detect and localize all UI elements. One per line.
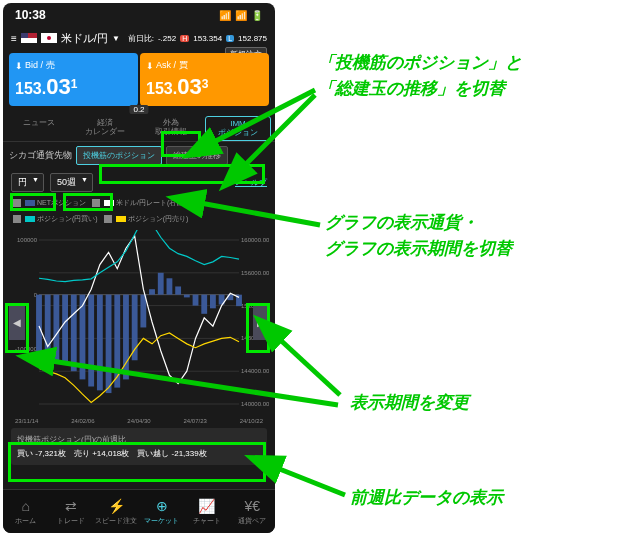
arrow-down-icon: ⬇	[146, 61, 154, 71]
main-tabs: ニュース 経済 カレンダー 外為 取引情報 IMM ポジション	[3, 116, 275, 142]
svg-rect-36	[210, 295, 216, 309]
summary-title: 投機筋ポジション(円)の前週比	[17, 434, 261, 445]
checkbox-icon[interactable]	[13, 215, 21, 223]
svg-rect-34	[193, 295, 199, 306]
nav-pairs[interactable]: ¥€通貨ペア	[230, 490, 275, 533]
currency-select[interactable]: 円	[11, 173, 44, 192]
period-select[interactable]: 50週	[50, 173, 93, 192]
svg-rect-35	[201, 295, 207, 314]
signal-icon: 📶	[219, 10, 231, 21]
nav-market[interactable]: ⊕マーケット	[139, 490, 184, 533]
speed-icon: ⚡	[108, 498, 125, 514]
arrow-down-icon: ⬇	[15, 61, 23, 71]
ask-box[interactable]: ⬇Ask / 買 153.033	[140, 53, 269, 106]
prev-label: 前日比:	[128, 33, 154, 44]
svg-rect-20	[71, 295, 77, 372]
trade-icon: ⇄	[65, 498, 77, 514]
svg-rect-30	[158, 273, 164, 295]
tab-fx-info[interactable]: 外為 取引情報	[139, 116, 203, 141]
chevron-down-icon[interactable]: ▼	[112, 34, 120, 43]
market-icon: ⊕	[156, 498, 168, 514]
tab-calendar[interactable]: 経済 カレンダー	[73, 116, 137, 141]
help-link[interactable]: ▶ヘルプ	[235, 177, 267, 188]
svg-rect-24	[106, 295, 112, 393]
wifi-icon: 📶	[235, 10, 247, 21]
pair-header: ≡ 米ドル/円 ▼ 前日比: -.252 H 153.354 L 152.875	[3, 27, 275, 49]
svg-rect-18	[53, 295, 59, 361]
summary-box: 投機筋ポジション(円)の前週比 買い -7,321枚 売り +14,018枚 買…	[11, 428, 267, 465]
chart-area[interactable]: 160000.000156000.000152000.000148000.000…	[9, 230, 269, 414]
prev-change: -.252	[158, 34, 176, 43]
spread: 0.2	[129, 105, 148, 114]
chart-legend: NETポジション 米ドル/円レート(右目盛) ポジション(円買い) ポジション(…	[3, 196, 275, 226]
low-value: 152.875	[238, 34, 267, 43]
nav-home[interactable]: ⌂ホーム	[3, 490, 48, 533]
svg-text:140000.000: 140000.000	[241, 401, 269, 407]
x-axis-labels: 23/11/1424/02/0624/04/3024/07/2324/10/22	[3, 418, 275, 424]
svg-text:-100000: -100000	[15, 346, 38, 352]
hamburger-icon[interactable]: ≡	[11, 33, 17, 44]
nav-speed[interactable]: ⚡スピード注文	[94, 490, 139, 533]
seg-speculative[interactable]: 投機筋のポジション	[76, 146, 162, 165]
checkbox-icon[interactable]	[104, 215, 112, 223]
sub-title: シカゴ通貨先物	[9, 149, 72, 162]
battery-icon: 🔋	[251, 10, 263, 21]
svg-text:100000: 100000	[17, 237, 38, 243]
svg-rect-28	[140, 295, 146, 328]
chart-prev-button[interactable]: ◀	[9, 304, 25, 340]
tab-news[interactable]: ニュース	[7, 116, 71, 141]
high-value: 153.354	[193, 34, 222, 43]
checkbox-icon[interactable]	[13, 199, 21, 207]
svg-text:144000.000: 144000.000	[241, 368, 269, 374]
bottom-nav: ⌂ホーム ⇄トレード ⚡スピード注文 ⊕マーケット 📈チャート ¥€通貨ペア	[3, 489, 275, 533]
chart-icon: 📈	[198, 498, 215, 514]
svg-rect-33	[184, 295, 190, 298]
status-icons: 📶 📶 🔋	[219, 10, 263, 21]
svg-rect-16	[36, 295, 42, 352]
seg-total[interactable]: 総建玉の推移	[166, 146, 228, 165]
nav-chart[interactable]: 📈チャート	[184, 490, 229, 533]
chart-next-button[interactable]: ▶	[253, 304, 269, 340]
annotation-3: 表示期間を変更	[350, 390, 469, 416]
annotation-4: 前週比データの表示	[350, 485, 503, 511]
pairs-icon: ¥€	[245, 498, 261, 514]
phone-screen: 10:38 📶 📶 🔋 ≡ 米ドル/円 ▼ 前日比: -.252 H 153.3…	[3, 3, 275, 533]
svg-text:160000.000: 160000.000	[241, 237, 269, 243]
svg-rect-22	[88, 295, 94, 387]
svg-rect-32	[175, 286, 181, 294]
svg-rect-31	[167, 278, 173, 294]
high-badge: H	[180, 35, 189, 42]
svg-rect-23	[97, 295, 103, 391]
annotation-1: 「投機筋のポジション」と 「総建玉の推移」を切替	[318, 50, 522, 101]
low-badge: L	[226, 35, 234, 42]
sub-header: シカゴ通貨先物 投機筋のポジション 総建玉の推移	[3, 142, 275, 169]
svg-line-43	[275, 335, 340, 395]
bid-box[interactable]: ⬇Bid / 売 153.031	[9, 53, 138, 106]
svg-rect-19	[62, 295, 68, 365]
checkbox-icon[interactable]	[92, 199, 100, 207]
status-bar: 10:38 📶 📶 🔋	[3, 3, 275, 27]
filters: 円 50週 ▶ヘルプ	[3, 169, 275, 196]
time: 10:38	[15, 8, 46, 22]
flag-jp-icon	[41, 33, 57, 43]
annotation-2: グラフの表示通貨・ グラフの表示期間を切替	[325, 210, 512, 261]
pair-name: 米ドル/円	[61, 31, 108, 46]
price-panel: 新規注文 ⬇Bid / 売 153.031 ⬇Ask / 買 153.033 0…	[3, 49, 275, 110]
chart-svg: 160000.000156000.000152000.000148000.000…	[9, 230, 269, 414]
flag-us-icon	[21, 33, 37, 43]
svg-text:156000.000: 156000.000	[241, 270, 269, 276]
nav-trade[interactable]: ⇄トレード	[48, 490, 93, 533]
home-icon: ⌂	[21, 498, 29, 514]
svg-line-45	[272, 466, 345, 495]
svg-rect-29	[149, 289, 155, 294]
tab-imm[interactable]: IMM ポジション	[205, 116, 271, 141]
